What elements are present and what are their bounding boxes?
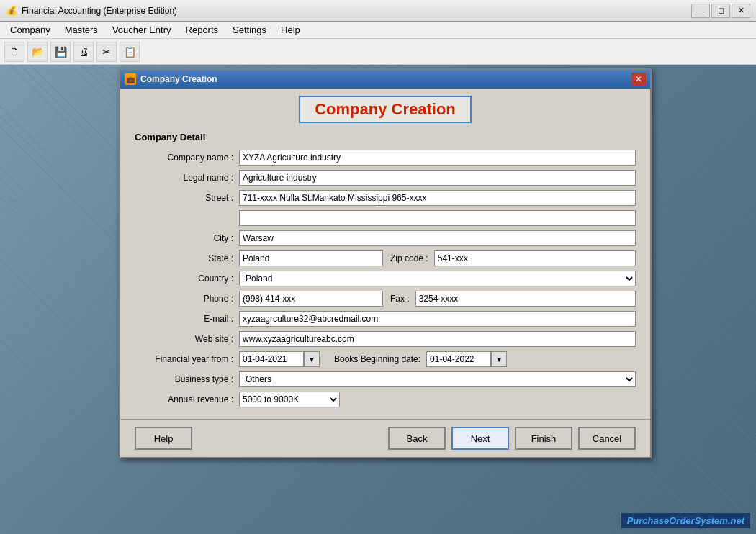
email-label: E-mail : xyxy=(135,314,239,324)
phone-fax-row: Phone : Fax : xyxy=(135,291,636,307)
city-input[interactable] xyxy=(239,230,636,246)
dialog-footer: Help Back Next Finish Cancel xyxy=(120,419,650,457)
menu-reports[interactable]: Reports xyxy=(179,23,226,37)
financial-year-group: ▼ xyxy=(239,351,320,367)
financial-year-calendar-btn[interactable]: ▼ xyxy=(304,351,320,367)
minimize-button[interactable]: — xyxy=(691,4,710,18)
dates-row: Financial year from : ▼ Books Beginning … xyxy=(135,351,636,367)
zip-input[interactable] xyxy=(434,250,636,266)
country-select[interactable]: Poland USA UK Germany France xyxy=(239,271,636,286)
cancel-button[interactable]: Cancel xyxy=(578,427,636,450)
country-label: Country : xyxy=(135,273,239,284)
books-beginning-group: ▼ xyxy=(426,351,507,367)
financial-year-label: Financial year from : xyxy=(135,354,239,364)
street-label: Street : xyxy=(135,193,239,203)
legal-name-row: Legal name : xyxy=(135,170,636,186)
fax-input[interactable] xyxy=(415,291,636,307)
toolbar-save[interactable]: 💾 xyxy=(50,42,71,62)
country-row: Country : Poland USA UK Germany France xyxy=(135,271,636,286)
menu-bar: Company Masters Voucher Entry Reports Se… xyxy=(0,22,756,39)
website-label: Web site : xyxy=(135,334,239,344)
menu-masters[interactable]: Masters xyxy=(58,23,105,37)
section-header: Company Detail xyxy=(135,132,636,142)
business-type-row: Business type : Others Retail Wholesale … xyxy=(135,371,636,387)
legal-name-label: Legal name : xyxy=(135,173,239,183)
company-creation-dialog: 💼 Company Creation ✕ Company Creation Co… xyxy=(119,68,652,458)
financial-year-input[interactable] xyxy=(239,351,304,367)
window-controls: — ◻ ✕ xyxy=(691,4,750,18)
toolbar: 🗋 📂 💾 🖨 ✂ 📋 xyxy=(0,39,756,65)
form-title: Company Creation xyxy=(299,96,472,123)
phone-input[interactable] xyxy=(239,291,383,307)
toolbar-new[interactable]: 🗋 xyxy=(4,42,24,62)
street2-row xyxy=(135,210,636,226)
email-row: E-mail : xyxy=(135,311,636,327)
zip-label: Zip code : xyxy=(390,253,428,263)
menu-voucher-entry[interactable]: Voucher Entry xyxy=(105,23,179,37)
dialog-title-bar: 💼 Company Creation ✕ xyxy=(120,70,650,89)
annual-revenue-row: Annual revenue : 5000 to 9000K 0 to 1000… xyxy=(135,392,636,407)
street2-input[interactable] xyxy=(239,210,636,226)
restore-button[interactable]: ◻ xyxy=(711,4,730,18)
toolbar-print[interactable]: 🖨 xyxy=(73,42,94,62)
dialog-icon: 💼 xyxy=(125,73,136,85)
street-input[interactable] xyxy=(239,190,636,206)
help-button[interactable]: Help xyxy=(135,427,192,450)
books-beginning-label: Books Beginning date: xyxy=(334,354,420,364)
next-button[interactable]: Next xyxy=(451,427,509,450)
email-input[interactable] xyxy=(239,311,636,327)
watermark: PurchaseOrderSystem.net xyxy=(621,513,750,528)
phone-label: Phone : xyxy=(135,294,239,304)
legal-name-input[interactable] xyxy=(239,170,636,186)
company-name-row: Company name : xyxy=(135,150,636,166)
street-row: Street : xyxy=(135,190,636,206)
website-row: Web site : xyxy=(135,331,636,347)
app-icon: 💰 xyxy=(6,5,17,17)
app-title: Financial Accounting (Enterprise Edition… xyxy=(22,6,691,16)
menu-settings[interactable]: Settings xyxy=(225,23,274,37)
business-type-label: Business type : xyxy=(135,374,239,384)
annual-revenue-label: Annual revenue : xyxy=(135,394,239,404)
toolbar-open[interactable]: 📂 xyxy=(27,42,48,62)
title-bar: 💰 Financial Accounting (Enterprise Editi… xyxy=(0,0,756,22)
dialog-title: Company Creation xyxy=(140,74,217,84)
company-name-input[interactable] xyxy=(239,150,636,166)
toolbar-paste[interactable]: 📋 xyxy=(120,42,140,62)
books-beginning-input[interactable] xyxy=(426,351,491,367)
city-row: City : xyxy=(135,230,636,246)
fax-label: Fax : xyxy=(390,294,410,304)
form-title-container: Company Creation xyxy=(135,96,636,123)
menu-company[interactable]: Company xyxy=(3,23,58,37)
state-input[interactable] xyxy=(239,250,383,266)
watermark-text: PurchaseOrderSystem.net xyxy=(627,515,744,526)
menu-help[interactable]: Help xyxy=(274,23,307,37)
dialog-close-button[interactable]: ✕ xyxy=(631,73,646,86)
state-label: State : xyxy=(135,253,239,263)
website-input[interactable] xyxy=(239,331,636,347)
toolbar-cut[interactable]: ✂ xyxy=(96,42,117,62)
finish-button[interactable]: Finish xyxy=(515,427,572,450)
dialog-body: Company Creation Company Detail Company … xyxy=(120,89,650,419)
city-label: City : xyxy=(135,233,239,243)
close-button[interactable]: ✕ xyxy=(732,4,750,18)
annual-revenue-select[interactable]: 5000 to 9000K 0 to 1000K 1000 to 5000K 9… xyxy=(239,392,340,407)
state-zip-row: State : Zip code : xyxy=(135,250,636,266)
books-beginning-calendar-btn[interactable]: ▼ xyxy=(491,351,507,367)
business-type-select[interactable]: Others Retail Wholesale Manufacturing Se… xyxy=(239,371,636,387)
company-name-label: Company name : xyxy=(135,153,239,163)
back-button[interactable]: Back xyxy=(388,427,446,450)
